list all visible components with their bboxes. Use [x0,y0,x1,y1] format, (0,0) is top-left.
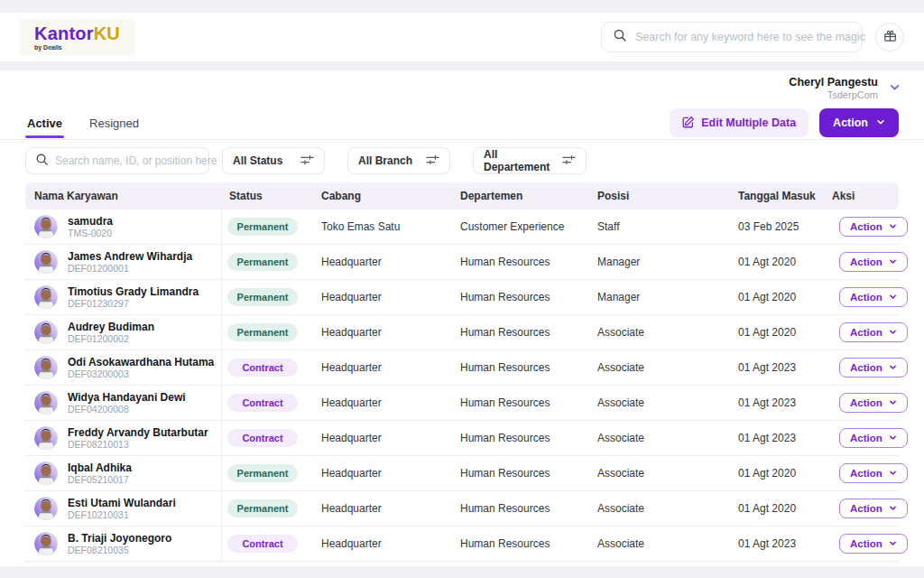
row-action-button[interactable]: Action [839,322,908,342]
table-header-row: Nama Karyawan Status Cabang Departemen P… [25,182,899,210]
employee-name: Odi Asokawardhana Hutama [68,356,214,368]
row-action-label: Action [850,503,882,514]
avatar [34,391,58,415]
posisi-cell: Associate [590,467,731,480]
chevron-down-icon [889,397,897,408]
filter-lines-icon [300,153,314,169]
row-action-label: Action [850,538,882,549]
table-row: Iqbal Adhika DEF05210017 Permanent Headq… [25,456,899,491]
status-filter-dropdown[interactable]: All Status [222,147,325,174]
tab-active[interactable]: Active [25,108,64,138]
branch-filter-dropdown[interactable]: All Branch [347,147,450,174]
status-cell: Permanent [222,218,314,236]
employee-name-cell: Audrey Budiman DEF01200002 [25,315,222,350]
row-action-label: Action [850,362,882,373]
row-action-button[interactable]: Action [839,499,908,518]
employee-name: Widya Handayani Dewi [68,391,186,404]
departemen-cell: Human Resources [453,291,590,303]
edit-multiple-data-button[interactable]: Edit Multiple Data [670,108,808,137]
chevron-down-icon [876,117,885,129]
employee-name: Freddy Arvandy Butarbutar [68,426,208,439]
table-search-placeholder: Search name, ID, or position here [55,154,217,167]
aksi-cell: Action [825,217,908,237]
action-menu-label: Action [833,117,868,129]
row-action-button[interactable]: Action [839,358,908,378]
row-action-button[interactable]: Action [839,393,908,413]
user-info[interactable]: Cheryl Pangestu TsderpCom [789,76,878,101]
departemen-cell: Human Resources [453,467,590,480]
status-badge: Permanent [227,218,298,236]
row-action-button[interactable]: Action [839,287,908,307]
employee-name-cell: Iqbal Adhika DEF05210017 [25,456,222,490]
cabang-cell: Headquarter [314,467,453,480]
posisi-cell: Staff [590,220,731,233]
chevron-down-icon [889,362,897,373]
row-action-label: Action [850,468,882,479]
chevron-down-icon [889,468,897,479]
posisi-cell: Associate [590,502,731,515]
status-cell: Contract [222,359,314,377]
aksi-cell: Action [825,322,908,342]
departemen-cell: Human Resources [453,502,590,515]
status-cell: Contract [222,429,314,447]
logo-text-primary: Kantor [34,23,94,43]
avatar [34,461,58,485]
posisi-cell: Associate [590,326,731,339]
avatar [34,356,58,379]
row-action-button[interactable]: Action [839,428,908,448]
department-filter-dropdown[interactable]: All Departement [473,147,587,174]
status-filter-label: All Status [233,154,282,167]
avatar [34,285,58,309]
status-badge: Permanent [227,499,298,517]
row-action-button[interactable]: Action [839,534,908,554]
departemen-cell: Human Resources [453,256,590,268]
column-header-nama-karyawan: Nama Karyawan [25,190,222,202]
posisi-cell: Associate [590,432,731,444]
row-action-button[interactable]: Action [839,463,908,483]
table-search-input[interactable]: Search name, ID, or position here [25,147,209,174]
row-action-label: Action [850,433,882,443]
cabang-cell: Headquarter [314,537,453,550]
row-action-button[interactable]: Action [839,217,908,237]
column-header-cabang: Cabang [314,190,453,202]
global-search-input[interactable]: Search for any keyword here to see the m… [601,22,863,52]
chevron-down-icon[interactable] [889,80,901,97]
row-action-button[interactable]: Action [839,252,908,272]
departemen-cell: Human Resources [453,396,590,409]
departemen-cell: Customer Experience [453,220,590,233]
tab-resigned[interactable]: Resigned [88,108,141,138]
aksi-cell: Action [825,252,908,272]
status-badge: Permanent [227,464,298,482]
row-action-label: Action [850,292,882,303]
global-search-placeholder: Search for any keyword here to see the m… [635,31,865,43]
table-body: samudra TMS-0020 Permanent Toko Emas Sat… [25,210,899,562]
table-row: Odi Asokawardhana Hutama DEF03200003 Con… [25,350,899,386]
gift-button[interactable] [875,23,904,51]
employee-id: DEF01200002 [68,333,154,345]
cabang-cell: Headquarter [314,396,453,409]
filter-lines-icon [426,153,439,169]
table-row: Widya Handayani Dewi DEF04200008 Contrac… [25,386,899,421]
branch-filter-label: All Branch [358,154,412,167]
column-header-status: Status [222,190,314,202]
filters-row: Search name, ID, or position here All St… [25,147,899,174]
row-action-label: Action [850,256,882,267]
table-row: James Andrew Wihardja DEF01200001 Perman… [25,245,899,280]
logo-tagline: by Dealls [34,44,120,51]
employee-id: DEF04200008 [68,404,186,415]
departemen-cell: Human Resources [453,361,590,374]
employee-name: samudra [68,215,113,228]
search-icon [613,28,627,46]
departemen-cell: Human Resources [453,432,590,444]
status-cell: Permanent [222,323,314,341]
action-menu-button[interactable]: Action [819,108,899,137]
aksi-cell: Action [825,463,908,483]
chevron-down-icon [889,327,897,338]
table-row: Esti Utami Wulandari DEF10210031 Permane… [25,491,899,527]
status-cell: Permanent [222,288,314,306]
department-filter-label: All Departement [484,148,562,173]
column-header-tanggal-masuk: Tanggal Masuk [731,190,825,202]
table-row: Freddy Arvandy Butarbutar DEF08210013 Co… [25,421,899,456]
posisi-cell: Manager [590,256,731,268]
employee-name-cell: Timotius Grady Limandra DEF01230297 [25,280,222,314]
